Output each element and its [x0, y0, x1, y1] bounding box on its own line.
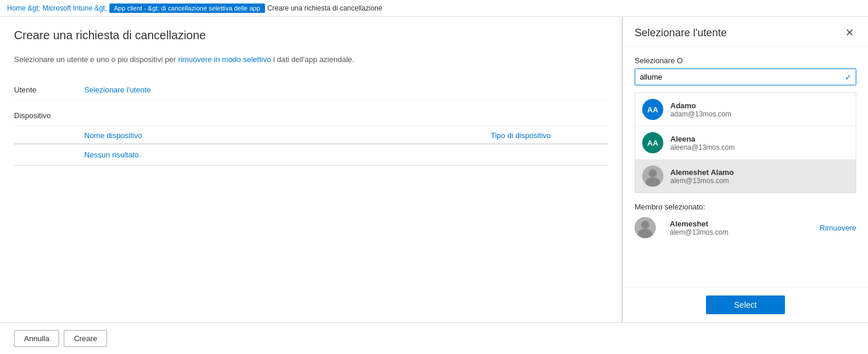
user-email-adamo: adam@13mos.com: [670, 110, 731, 118]
user-item-aleena[interactable]: AA Aleena aleena@13mos.com: [635, 126, 856, 160]
device-table-header: Nome dispositivo Tipo di dispositivo: [14, 126, 608, 145]
utente-row: Utente Selezionare l'utente: [14, 80, 608, 101]
selected-member-name: Alemeshet: [670, 219, 819, 228]
device-col-name[interactable]: Nome dispositivo: [84, 131, 491, 140]
user-item-adamo[interactable]: AA Adamo adam@13mos.com: [635, 93, 856, 126]
device-no-result: Nessun risultato.: [14, 145, 608, 166]
search-label: Selezionare O: [635, 56, 856, 65]
search-checkmark-icon: ✓: [845, 73, 852, 82]
main-panel: Creare una richiesta di cancellazione Se…: [0, 17, 622, 322]
side-panel-title: Selezionare l'utente: [635, 27, 727, 39]
selected-member-row: Alemeshet alem@13mos.com Rimuovere: [635, 217, 856, 238]
search-input[interactable]: [635, 68, 856, 85]
side-panel-body: Selezionare O ✓ AA Adamo adam@13mos.com: [623, 47, 868, 287]
device-col-type[interactable]: Tipo di dispositivo: [491, 131, 608, 140]
breadcrumb-bar: Home &gt; Microsoft Intune &gt; App clie…: [0, 0, 868, 17]
dispositivo-label-row: Dispositivo: [14, 105, 608, 126]
user-name-adamo: Adamo: [670, 101, 731, 110]
breadcrumb-app-tab[interactable]: App client - &gt; di cancellazione selet…: [109, 4, 265, 13]
dispositivo-label: Dispositivo: [14, 111, 84, 120]
selected-member-email: alem@13mos.com: [670, 228, 819, 236]
avatar-adamo: AA: [642, 99, 663, 120]
main-container: Creare una richiesta di cancellazione Se…: [0, 17, 868, 322]
select-button[interactable]: Select: [706, 295, 785, 314]
form-section: Utente Selezionare l'utente Dispositivo …: [14, 80, 608, 166]
side-panel-header: Selezionare l'utente ✕: [623, 17, 868, 47]
dispositivo-section: Dispositivo Nome dispositivo Tipo di dis…: [14, 105, 608, 166]
selected-member-label: Membro selezionato:: [635, 202, 856, 211]
description-text: Selezionare un utente e uno o più dispos…: [14, 54, 608, 66]
selected-member-info: Alemeshet alem@13mos.com: [670, 219, 819, 236]
annulla-button[interactable]: Annulla: [14, 330, 59, 347]
user-info-alemeshet: Alemeshet Alamo alem@13mos.com: [670, 168, 734, 185]
user-name-alemeshet: Alemeshet Alamo: [670, 168, 734, 177]
page-title: Creare una richiesta di cancellazione: [14, 29, 608, 42]
creare-button[interactable]: Creare: [64, 330, 107, 347]
breadcrumb-current: Creare una richiesta di cancellazione: [267, 4, 383, 12]
avatar-alemeshet: [642, 166, 663, 187]
description-highlight: rimuovere in modo selettivo: [178, 55, 271, 64]
user-item-alemeshet[interactable]: Alemeshet Alamo alem@13mos.com: [635, 160, 856, 193]
search-input-wrap: ✓: [635, 68, 856, 85]
user-email-alemeshet: alem@13mos.com: [670, 177, 734, 185]
footer: Annulla Creare: [0, 322, 868, 354]
side-panel-footer: Select: [623, 287, 868, 322]
user-info-aleena: Aleena aleena@13mos.com: [670, 135, 735, 152]
breadcrumb-intune[interactable]: Microsoft Intune &gt;: [43, 4, 107, 12]
remove-button[interactable]: Rimuovere: [819, 224, 856, 232]
avatar-aleena: AA: [642, 132, 663, 153]
breadcrumb-home[interactable]: Home &gt;: [7, 4, 40, 12]
user-list: AA Adamo adam@13mos.com AA Aleena aleena…: [635, 92, 856, 193]
user-email-aleena: aleena@13mos.com: [670, 143, 735, 152]
close-button[interactable]: ✕: [843, 26, 856, 39]
utente-value[interactable]: Selezionare l'utente: [84, 85, 151, 94]
user-name-aleena: Aleena: [670, 135, 735, 143]
utente-label: Utente: [14, 85, 84, 94]
side-panel: Selezionare l'utente ✕ Selezionare O ✓ A…: [622, 17, 868, 322]
selected-member-avatar: [635, 217, 656, 238]
user-info-adamo: Adamo adam@13mos.com: [670, 101, 731, 118]
